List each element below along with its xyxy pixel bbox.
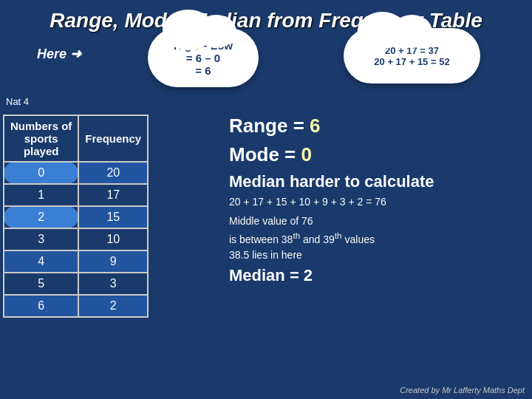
between-text: is between 38th and 39th values: [229, 233, 375, 245]
mode-value: 0: [301, 143, 312, 166]
sport-cell: 2: [4, 206, 78, 228]
freq-cell: 3: [78, 273, 148, 295]
table-row: 020: [4, 162, 148, 184]
sport-cell: 6: [4, 295, 78, 317]
slide: Range, Mode, Median from Frequency Table…: [0, 0, 532, 399]
median-title: Median harder to calculate: [229, 172, 525, 191]
range-result: Range = 6: [229, 115, 525, 137]
range-value: 6: [310, 115, 320, 137]
nat4-label: Nat 4: [6, 96, 29, 107]
col-header-sport: Numbers ofsportsplayed: [4, 115, 78, 162]
median-result: Median = 2: [229, 266, 525, 285]
sport-cell: 1: [4, 184, 78, 206]
mode-label: Mode =: [229, 143, 301, 166]
frequency-table: Numbers ofsportsplayed Frequency 0201172…: [3, 115, 149, 318]
sport-cell: 3: [4, 228, 78, 250]
here-label: Here ➜: [37, 46, 81, 62]
cloud-sum: 20 + 17 = 37 20 + 17 + 15 = 52: [344, 28, 480, 83]
sport-cell: 4: [4, 250, 78, 273]
cloud-highlow: High – Low = 6 – 0 = 6: [148, 28, 259, 87]
cloud-sum-line2: 20 + 17 + 15 = 52: [374, 56, 449, 67]
cloud-sum-line1: 20 + 17 = 37: [374, 45, 449, 56]
table-row: 215: [4, 206, 148, 228]
freq-cell: 15: [78, 206, 148, 228]
freq-cell: 2: [78, 295, 148, 317]
sport-cell: 5: [4, 273, 78, 295]
sport-cell: 0: [4, 162, 78, 184]
cloud-highlow-line1: High – Low: [174, 39, 233, 52]
freq-cell: 9: [78, 250, 148, 273]
mode-result: Mode = 0: [229, 143, 525, 166]
frequency-table-container: Numbers ofsportsplayed Frequency 0201172…: [3, 115, 149, 318]
col-header-freq: Frequency: [78, 115, 148, 162]
lies-text: 38.5 lies in here: [229, 249, 302, 261]
credit-label: Created by Mr Lafferty Maths Dept: [400, 386, 525, 395]
cloud-highlow-line2: = 6 – 0: [174, 52, 233, 64]
calc-sum: 20 + 17 + 15 + 10 + 9 + 3 + 2 = 76: [229, 196, 525, 208]
range-label: Range =: [229, 115, 310, 137]
table-row: 310: [4, 228, 148, 250]
table-row: 49: [4, 250, 148, 273]
table-row: 62: [4, 295, 148, 317]
right-panel: Range = 6 Mode = 0 Median harder to calc…: [229, 115, 525, 285]
middle-text: Middle value of 76 is between 38th and 3…: [229, 214, 525, 263]
table-row: 53: [4, 273, 148, 295]
freq-cell: 10: [78, 228, 148, 250]
freq-cell: 20: [78, 162, 148, 184]
cloud-highlow-line3: = 6: [174, 64, 233, 77]
table-row: 117: [4, 184, 148, 206]
freq-cell: 17: [78, 184, 148, 206]
